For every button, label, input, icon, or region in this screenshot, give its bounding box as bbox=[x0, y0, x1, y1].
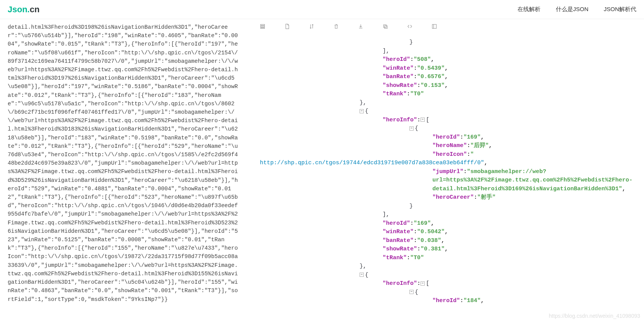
compress-icon[interactable] bbox=[407, 24, 412, 30]
val-heroName-169: "后羿" bbox=[470, 142, 489, 149]
val-heroId-184: "184" bbox=[463, 297, 481, 304]
close-brace: } bbox=[409, 203, 413, 209]
key-winRate: "winRate" bbox=[383, 65, 414, 72]
key-tRank: "tRank" bbox=[383, 91, 407, 97]
key-heroIcon: "heroIcon" bbox=[432, 151, 467, 158]
download-icon[interactable] bbox=[358, 24, 363, 30]
stack-icon[interactable] bbox=[260, 24, 265, 30]
raw-json-text: detail.html%3Fheroid%3D198%26isNavigatio… bbox=[8, 24, 238, 302]
open-obj: { bbox=[365, 108, 368, 114]
nav-json-code[interactable]: JSON解析代 bbox=[604, 6, 636, 13]
trash-icon[interactable] bbox=[334, 24, 339, 30]
open-obj: { bbox=[365, 272, 368, 278]
val-showRate-169: "0.381" bbox=[421, 246, 445, 252]
sort-icon[interactable] bbox=[309, 24, 314, 30]
toolbar bbox=[248, 19, 644, 34]
key-winRate: "winRate" bbox=[383, 229, 414, 235]
collapse-icon[interactable]: − bbox=[409, 126, 414, 131]
raw-json-input[interactable]: detail.html%3Fheroid%3D198%26isNavigatio… bbox=[0, 19, 248, 322]
key-heroId: "heroId" bbox=[432, 134, 460, 141]
key-banRate: "banRate" bbox=[383, 237, 414, 244]
val-heroId-169: "169" bbox=[463, 134, 481, 141]
collapse-icon[interactable]: − bbox=[360, 109, 364, 113]
key-heroId: "heroId" bbox=[383, 56, 410, 63]
key-showRate: "showRate" bbox=[383, 246, 417, 252]
header: Json.cn 在线解析 什么是JSON JSON解析代 bbox=[0, 0, 644, 19]
val-tRank-508: "T0" bbox=[410, 91, 424, 97]
key-heroId: "heroId" bbox=[383, 220, 410, 227]
watermark: https://blog.csdn.net/weixin_41098093 bbox=[549, 312, 640, 320]
expand-icon[interactable] bbox=[432, 24, 437, 30]
val-banRate-508: "0.6576" bbox=[417, 74, 445, 80]
key-heroInfo: "heroInfo" bbox=[383, 117, 417, 123]
close-bracket: ], bbox=[383, 48, 389, 54]
collapse-icon[interactable]: − bbox=[421, 281, 425, 286]
key-tRank: "tRank" bbox=[383, 255, 407, 261]
key-heroId: "heroId" bbox=[432, 297, 460, 304]
close-bracket: ], bbox=[383, 211, 389, 218]
nav: 在线解析 什么是JSON JSON解析代 bbox=[518, 6, 636, 13]
svg-rect-0 bbox=[261, 24, 265, 25]
collapse-icon[interactable]: − bbox=[421, 118, 425, 122]
open-bracket: [ bbox=[426, 117, 429, 123]
json-tree-view[interactable]: } ], "heroId":"508", "winRate":"0.5439",… bbox=[248, 34, 644, 322]
svg-rect-5 bbox=[432, 24, 437, 28]
main: detail.html%3Fheroid%3D198%26isNavigatio… bbox=[0, 19, 644, 322]
open-bracket: [ bbox=[426, 280, 429, 287]
svg-rect-2 bbox=[261, 28, 265, 28]
open-obj: { bbox=[415, 125, 418, 132]
key-heroInfo: "heroInfo" bbox=[383, 280, 417, 287]
val-showRate-508: "0.153" bbox=[421, 82, 445, 89]
open-obj: { bbox=[415, 289, 418, 296]
copy-icon[interactable] bbox=[383, 24, 388, 30]
val-heroIcon-url[interactable]: http://shp.qpic.cn/tgos/19744/edcd319719… bbox=[260, 160, 484, 166]
svg-rect-1 bbox=[261, 26, 265, 27]
val-heroId-169b: "169" bbox=[414, 220, 431, 227]
logo-text-1: Json bbox=[8, 5, 27, 14]
file-icon[interactable] bbox=[284, 24, 290, 30]
key-jumpUrl: "jumpUrl" bbox=[432, 168, 463, 175]
nav-parse[interactable]: 在线解析 bbox=[518, 6, 540, 13]
key-banRate: "banRate" bbox=[383, 74, 414, 80]
logo[interactable]: Json.cn bbox=[8, 5, 39, 15]
svg-rect-3 bbox=[384, 25, 386, 27]
logo-text-2: cn bbox=[30, 5, 39, 14]
val-tRank-169: "T0" bbox=[410, 255, 424, 261]
val-heroCareer-169: "射手" bbox=[477, 194, 496, 201]
key-heroCareer: "heroCareer" bbox=[432, 194, 474, 201]
val-banRate-169: "0.038" bbox=[417, 237, 441, 244]
key-showRate: "showRate" bbox=[383, 82, 417, 89]
right-panel: } ], "heroId":"508", "winRate":"0.5439",… bbox=[248, 19, 644, 322]
val-winRate-169: "0.5042" bbox=[417, 229, 445, 235]
key-heroName: "heroName" bbox=[432, 142, 467, 149]
nav-what-is-json[interactable]: 什么是JSON bbox=[556, 6, 588, 13]
val-heroId-508: "508" bbox=[414, 56, 431, 63]
collapse-icon[interactable]: − bbox=[360, 273, 364, 277]
close-obj: }, bbox=[360, 263, 366, 270]
collapse-icon[interactable]: − bbox=[409, 290, 414, 294]
val-winRate-508: "0.5439" bbox=[417, 65, 445, 72]
close-brace: } bbox=[409, 39, 413, 46]
svg-rect-4 bbox=[384, 26, 387, 28]
close-obj: }, bbox=[360, 100, 366, 106]
